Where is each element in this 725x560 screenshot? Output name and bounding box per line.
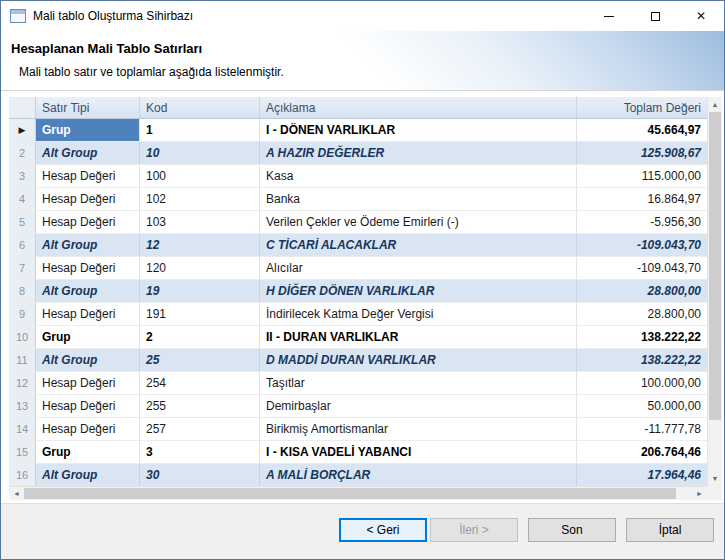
grid-row[interactable]: 8Alt Group19H DİĞER DÖNEN VARLIKLAR28.80…	[9, 280, 707, 303]
grid-row[interactable]: 7Hesap Değeri120Alıcılar-109.043,70	[9, 257, 707, 280]
row-indicator[interactable]: ▶	[9, 119, 36, 141]
row-indicator[interactable]: 9	[9, 303, 36, 325]
cell-total[interactable]: -109.043,70	[577, 234, 707, 256]
cell-row-type[interactable]: Hesap Değeri	[36, 211, 140, 233]
cell-description[interactable]: A HAZIR DEĞERLER	[260, 142, 577, 164]
row-indicator[interactable]: 4	[9, 188, 36, 210]
scroll-right-icon[interactable]: ►	[692, 487, 707, 500]
cell-description[interactable]: I - DÖNEN VARLIKLAR	[260, 119, 577, 141]
grid-row[interactable]: 6Alt Group12C TİCARİ ALACAKLAR-109.043,7…	[9, 234, 707, 257]
cell-description[interactable]: Demirbaşlar	[260, 395, 577, 417]
next-button[interactable]: İleri >	[430, 518, 518, 542]
cell-row-type[interactable]: Grup	[36, 326, 140, 348]
cell-row-type[interactable]: Hesap Değeri	[36, 165, 140, 187]
row-indicator[interactable]: 3	[9, 165, 36, 187]
cell-description[interactable]: H DİĞER DÖNEN VARLIKLAR	[260, 280, 577, 302]
cell-row-type[interactable]: Hesap Değeri	[36, 372, 140, 394]
grid-row[interactable]: 4Hesap Değeri102Banka16.864,97	[9, 188, 707, 211]
grid-row[interactable]: 10Grup2II - DURAN VARLIKLAR138.222,22	[9, 326, 707, 349]
row-indicator[interactable]: 10	[9, 326, 36, 348]
cell-code[interactable]: 257	[140, 418, 260, 440]
grid-row[interactable]: 11Alt Group25D MADDİ DURAN VARLIKLAR138.…	[9, 349, 707, 372]
grid-row[interactable]: 2Alt Group10A HAZIR DEĞERLER125.908,67	[9, 142, 707, 165]
cell-description[interactable]: A MALİ BORÇLAR	[260, 464, 577, 486]
cell-code[interactable]: 19	[140, 280, 260, 302]
cell-total[interactable]: -5.956,30	[577, 211, 707, 233]
cell-description[interactable]: I - KISA VADELİ YABANCI	[260, 441, 577, 463]
cell-code[interactable]: 100	[140, 165, 260, 187]
column-header-description[interactable]: Açıklama	[260, 97, 577, 118]
horizontal-scroll-thumb[interactable]	[24, 488, 676, 499]
cell-code[interactable]: 103	[140, 211, 260, 233]
cell-code[interactable]: 3	[140, 441, 260, 463]
horizontal-scroll-track[interactable]	[24, 487, 692, 500]
cell-code[interactable]: 30	[140, 464, 260, 486]
cell-total[interactable]: 138.222,22	[577, 326, 707, 348]
maximize-button[interactable]	[632, 1, 678, 31]
cell-code[interactable]: 254	[140, 372, 260, 394]
row-indicator[interactable]: 6	[9, 234, 36, 256]
cell-total[interactable]: 125.908,67	[577, 142, 707, 164]
grid-row[interactable]: 16Alt Group30A MALİ BORÇLAR17.964,46	[9, 464, 707, 486]
row-indicator[interactable]: 8	[9, 280, 36, 302]
cell-description[interactable]: İndirilecek Katma Değer Vergisi	[260, 303, 577, 325]
cell-code[interactable]: 120	[140, 257, 260, 279]
cell-code[interactable]: 12	[140, 234, 260, 256]
cell-total[interactable]: 28.800,00	[577, 280, 707, 302]
cell-total[interactable]: 28.800,00	[577, 303, 707, 325]
cell-total[interactable]: 50.000,00	[577, 395, 707, 417]
cell-total[interactable]: 206.764,46	[577, 441, 707, 463]
row-indicator[interactable]: 16	[9, 464, 36, 486]
grid-row[interactable]: 12Hesap Değeri254Taşıtlar100.000,00	[9, 372, 707, 395]
cell-total[interactable]: 100.000,00	[577, 372, 707, 394]
cell-row-type[interactable]: Alt Group	[36, 142, 140, 164]
back-button[interactable]: < Geri	[339, 518, 427, 542]
row-indicator[interactable]: 15	[9, 441, 36, 463]
grid-row[interactable]: 13Hesap Değeri255Demirbaşlar50.000,00	[9, 395, 707, 418]
row-indicator[interactable]: 5	[9, 211, 36, 233]
column-header-total[interactable]: Toplam Değeri	[577, 97, 707, 118]
vertical-scroll-thumb[interactable]	[709, 112, 721, 420]
cell-code[interactable]: 10	[140, 142, 260, 164]
grid-row[interactable]: 3Hesap Değeri100Kasa115.000,00	[9, 165, 707, 188]
cancel-button[interactable]: İptal	[626, 518, 714, 542]
horizontal-scrollbar[interactable]: ◄ ►	[9, 486, 707, 500]
cell-description[interactable]: Verilen Çekler ve Ödeme Emirleri (-)	[260, 211, 577, 233]
cell-row-type[interactable]: Hesap Değeri	[36, 418, 140, 440]
cell-row-type[interactable]: Grup	[36, 119, 140, 141]
cell-description[interactable]: Kasa	[260, 165, 577, 187]
cell-row-type[interactable]: Alt Group	[36, 234, 140, 256]
row-indicator[interactable]: 13	[9, 395, 36, 417]
cell-description[interactable]: C TİCARİ ALACAKLAR	[260, 234, 577, 256]
row-indicator[interactable]: 7	[9, 257, 36, 279]
cell-code[interactable]: 255	[140, 395, 260, 417]
cell-total[interactable]: -11.777,78	[577, 418, 707, 440]
cell-row-type[interactable]: Hesap Değeri	[36, 395, 140, 417]
cell-description[interactable]: Banka	[260, 188, 577, 210]
grid-row[interactable]: ▶Grup1I - DÖNEN VARLIKLAR45.664,97	[9, 119, 707, 142]
titlebar[interactable]: Mali tablo Oluşturma Sihirbazı ✕	[1, 1, 724, 31]
cell-row-type[interactable]: Alt Group	[36, 349, 140, 371]
row-indicator[interactable]: 14	[9, 418, 36, 440]
cell-row-type[interactable]: Hesap Değeri	[36, 257, 140, 279]
vertical-scrollbar[interactable]: ▲ ▼	[707, 97, 722, 486]
cell-description[interactable]: Birikmiş Amortismanlar	[260, 418, 577, 440]
minimize-button[interactable]	[586, 1, 632, 31]
cell-row-type[interactable]: Grup	[36, 441, 140, 463]
cell-row-type[interactable]: Alt Group	[36, 464, 140, 486]
cell-code[interactable]: 25	[140, 349, 260, 371]
column-header-code[interactable]: Kod	[140, 97, 260, 118]
row-indicator[interactable]: 12	[9, 372, 36, 394]
column-header-row-type[interactable]: Satır Tipi	[36, 97, 140, 118]
cell-code[interactable]: 102	[140, 188, 260, 210]
row-indicator[interactable]: 11	[9, 349, 36, 371]
close-button[interactable]: ✕	[678, 1, 724, 31]
cell-row-type[interactable]: Hesap Değeri	[36, 188, 140, 210]
cell-row-type[interactable]: Hesap Değeri	[36, 303, 140, 325]
cell-code[interactable]: 191	[140, 303, 260, 325]
grid-row[interactable]: 15Grup3I - KISA VADELİ YABANCI206.764,46	[9, 441, 707, 464]
cell-code[interactable]: 1	[140, 119, 260, 141]
scroll-left-icon[interactable]: ◄	[9, 487, 24, 500]
cell-total[interactable]: 45.664,97	[577, 119, 707, 141]
grid-row[interactable]: 14Hesap Değeri257Birikmiş Amortismanlar-…	[9, 418, 707, 441]
